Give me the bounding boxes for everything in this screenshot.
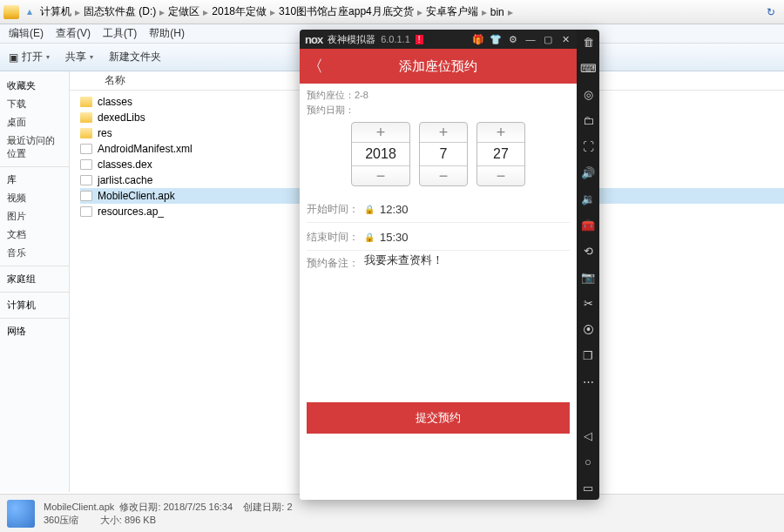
plus-icon[interactable]: + (477, 123, 524, 142)
plus-icon[interactable]: + (352, 123, 409, 142)
screenshot-icon[interactable]: 📷 (581, 270, 595, 284)
file-name: dexedLibs (98, 111, 145, 124)
day-wheel[interactable]: + 27 − (476, 122, 525, 186)
emulator-window: nox 夜神模拟器 6.0.1.1 ! 🎁 👕 ⚙ — ▢ ✕ 〈 添加座位预约… (300, 30, 599, 500)
folder-icon (80, 112, 92, 123)
sidebar-homegroup[interactable]: 家庭组 (0, 270, 69, 288)
refresh-icon[interactable]: ↻ (761, 6, 781, 18)
recents-nav-icon[interactable]: ▭ (581, 481, 595, 495)
back-icon[interactable]: 〈 (300, 56, 331, 77)
gear-icon[interactable]: ⚙ (507, 34, 519, 45)
rotate-icon[interactable]: ⟲ (581, 244, 595, 258)
file-name: classes.dex (98, 158, 152, 171)
menu-edit[interactable]: 编辑(E) (9, 26, 44, 41)
menu-tools[interactable]: 工具(T) (103, 26, 137, 41)
file-name: classes (98, 96, 132, 108)
note-field[interactable]: 预约备注： (307, 253, 570, 357)
folder-icon (80, 97, 92, 107)
address-bar[interactable]: ▴ 计算机▸ 固态软件盘 (D:)▸ 定做区▸ 2018年定做▸ 310图书馆占… (0, 0, 784, 24)
sidebar-pic[interactable]: 图片 (0, 207, 69, 226)
emulator-titlebar[interactable]: nox 夜神模拟器 6.0.1.1 ! 🎁 👕 ⚙ — ▢ ✕ (300, 30, 577, 49)
crumb-seg[interactable]: 计算机 (40, 4, 71, 19)
crumb-seg[interactable]: 310图书馆占座app4月底交货 (279, 4, 414, 19)
maximize-icon[interactable]: ▢ (542, 34, 554, 45)
date-picker[interactable]: + 2018 − + 7 − + 27 − (351, 122, 525, 186)
sidebar-recent[interactable]: 最近访问的位置 (0, 131, 69, 163)
note-textarea[interactable] (364, 253, 570, 357)
trash-icon[interactable]: 🗑 (581, 35, 595, 49)
more-icon[interactable]: ⋯ (581, 374, 595, 388)
keyboard-icon[interactable]: ⌨ (581, 61, 595, 75)
crumb-seg[interactable]: bin (490, 6, 504, 18)
file-name: res (98, 127, 112, 139)
file-name: jarlist.cache (98, 174, 152, 186)
new-folder-button[interactable]: 新建文件夹 (109, 50, 161, 64)
status-filename: MobileClient.apk (44, 502, 114, 512)
crumb-seg[interactable]: 2018年定做 (212, 4, 267, 19)
sidebar-doc[interactable]: 文档 (0, 226, 69, 244)
minimize-icon[interactable]: — (524, 34, 537, 44)
end-time-field[interactable]: 结束时间： 🔒 15:30 (307, 225, 570, 251)
minus-icon[interactable]: − (477, 166, 524, 185)
file-icon (80, 144, 92, 154)
folder-icon (80, 128, 92, 138)
badge-icon: ! (416, 35, 423, 44)
sidebar-music[interactable]: 音乐 (0, 244, 69, 262)
submit-button[interactable]: 提交预约 (307, 402, 570, 434)
volume-down-icon[interactable]: 🔉 (581, 192, 595, 205)
lock-icon: 🔒 (364, 205, 375, 214)
share-button[interactable]: 共享 ▾ (65, 50, 93, 64)
app-screen: 〈 添加座位预约 预约座位：2-8 预约日期： + 2018 − + 7 − (300, 49, 577, 500)
fullscreen-icon[interactable]: ⛶ (581, 139, 595, 153)
gift-icon[interactable]: 🎁 (472, 34, 484, 45)
multi-icon[interactable]: ❐ (581, 348, 595, 362)
back-nav-icon[interactable]: ◁ (581, 428, 595, 442)
plus-icon[interactable]: + (420, 123, 467, 142)
crumb-seg[interactable]: 安卓客户端 (426, 4, 478, 19)
crumb-seg[interactable]: 固态软件盘 (D:) (84, 4, 156, 19)
minus-icon[interactable]: − (420, 166, 467, 185)
app-title: 添加座位预约 (300, 58, 577, 75)
app-header: 〈 添加座位预约 (300, 49, 577, 84)
open-button[interactable]: ▣ 打开 ▾ (9, 50, 50, 64)
menu-view[interactable]: 查看(V) (56, 26, 91, 41)
sidebar-desktop[interactable]: 桌面 (0, 113, 69, 131)
emulator-sidebar: 🗑 ⌨ ◎ 🗀 ⛶ 🔊 🔉 🧰 ⟲ 📷 ✂ ⦿ ❐ ⋯ ◁ ○ ▭ (577, 30, 599, 500)
folder-icon[interactable]: 🗀 (581, 113, 595, 127)
toolbox-icon[interactable]: 🧰 (581, 218, 595, 232)
chevron-down-icon: ▾ (46, 53, 50, 61)
lock-icon: 🔒 (364, 232, 375, 242)
sidebar-video[interactable]: 视频 (0, 189, 69, 207)
start-time-field[interactable]: 开始时间： 🔒 12:30 (307, 197, 570, 223)
volume-up-icon[interactable]: 🔊 (581, 165, 595, 179)
up-icon[interactable]: ▴ (23, 5, 37, 19)
nox-logo: nox (305, 33, 322, 46)
file-icon (80, 206, 92, 217)
folder-icon (3, 5, 19, 19)
sidebar-library[interactable]: 库 (0, 171, 69, 189)
file-icon (80, 175, 92, 185)
file-icon (80, 159, 92, 170)
record-icon[interactable]: ⦿ (581, 322, 595, 336)
sidebar-network[interactable]: 网络 (0, 322, 69, 340)
file-name: MobileClient.apk (98, 190, 175, 202)
sidebar-computer[interactable]: 计算机 (0, 296, 69, 314)
menu-help[interactable]: 帮助(H) (149, 26, 185, 41)
location-icon[interactable]: ◎ (581, 87, 595, 101)
open-icon: ▣ (9, 51, 18, 64)
file-name: AndroidManifest.xml (98, 143, 193, 155)
breadcrumb[interactable]: 计算机▸ 固态软件盘 (D:)▸ 定做区▸ 2018年定做▸ 310图书馆占座a… (40, 4, 761, 19)
home-nav-icon[interactable]: ○ (581, 455, 595, 468)
minus-icon[interactable]: − (352, 166, 409, 185)
crumb-seg[interactable]: 定做区 (168, 4, 199, 19)
file-thumb-icon (7, 500, 35, 528)
nav-sidebar: 收藏夹 下载 桌面 最近访问的位置 库 视频 图片 文档 音乐 家庭组 计算机 … (0, 71, 70, 492)
close-icon[interactable]: ✕ (559, 34, 571, 45)
chevron-down-icon: ▾ (90, 53, 93, 61)
sidebar-favorites[interactable]: 收藏夹 (0, 77, 69, 95)
sidebar-downloads[interactable]: 下载 (0, 95, 69, 113)
month-wheel[interactable]: + 7 − (419, 122, 468, 186)
year-wheel[interactable]: + 2018 − (351, 122, 410, 186)
scissors-icon[interactable]: ✂ (581, 296, 595, 310)
tshirt-icon[interactable]: 👕 (490, 34, 502, 45)
